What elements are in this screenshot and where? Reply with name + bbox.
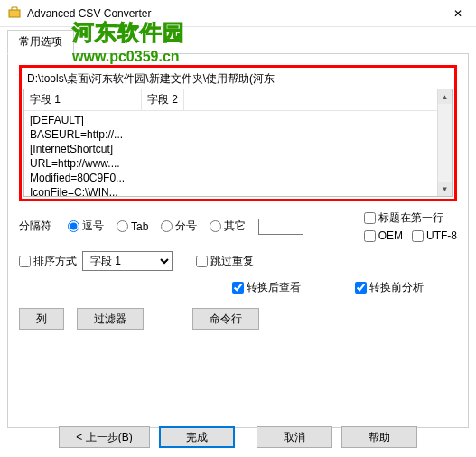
check-oem[interactable]: OEM: [364, 229, 403, 242]
check-skip-duplicate[interactable]: 跳过重复: [196, 254, 254, 269]
mid-button-row: 列 过滤器 命令行: [19, 308, 457, 330]
sort-field-combo[interactable]: 字段 1: [82, 251, 173, 271]
separator-other-input[interactable]: [258, 219, 303, 235]
titlebar: Advanced CSV Converter ✕: [0, 0, 476, 27]
preview-grid: 字段 1 字段 2 [DEFAULT] BASEURL=http://... […: [23, 89, 453, 197]
table-row[interactable]: URL=http://www....: [30, 156, 432, 171]
back-button[interactable]: < 上一步(B): [59, 426, 149, 448]
close-icon: ✕: [453, 7, 462, 20]
convert-row: 转换后查看 转换前分析: [19, 280, 457, 295]
encoding-checks: 标题在第一行 OEM UTF-8: [364, 210, 457, 242]
vertical-scrollbar[interactable]: ▲ ▼: [437, 89, 452, 196]
table-row[interactable]: [InternetShortcut]: [30, 142, 432, 156]
separator-radio-group: 逗号 Tab 分号 其它: [68, 219, 303, 235]
file-path: D:\tools\桌面\河东软件园\新建文件夹\使用帮助(河东: [23, 70, 453, 89]
app-icon: [7, 6, 22, 21]
window-title: Advanced CSV Converter: [27, 7, 469, 20]
preview-highlight: D:\tools\桌面\河东软件园\新建文件夹\使用帮助(河东 字段 1 字段 …: [19, 65, 457, 201]
table-row[interactable]: Modified=80C9F0...: [30, 171, 432, 185]
table-row[interactable]: [DEFAULT]: [30, 113, 432, 127]
sort-row: 排序方式 字段 1 跳过重复: [19, 251, 457, 271]
filter-button[interactable]: 过滤器: [77, 308, 144, 330]
check-sort[interactable]: 排序方式: [19, 254, 77, 269]
check-view-after[interactable]: 转换后查看: [232, 280, 301, 295]
check-utf8[interactable]: UTF-8: [412, 229, 457, 242]
main-panel: D:\tools\桌面\河东软件园\新建文件夹\使用帮助(河东 字段 1 字段 …: [7, 53, 469, 428]
radio-other[interactable]: 其它: [210, 219, 246, 234]
svg-rect-0: [9, 10, 20, 17]
table-row[interactable]: IconFile=C:\WIN...: [30, 185, 432, 196]
columns-button[interactable]: 列: [19, 308, 64, 330]
preview-body: [DEFAULT] BASEURL=http://... [InternetSh…: [24, 111, 437, 196]
scroll-track[interactable]: [438, 104, 452, 182]
close-button[interactable]: ✕: [440, 0, 476, 27]
preview-header: 字段 1 字段 2: [24, 89, 437, 111]
radio-tab[interactable]: Tab: [117, 220, 148, 233]
wizard-footer: < 上一步(B) 完成 取消 帮助: [0, 426, 476, 448]
tab-strip: 常用选项: [0, 29, 476, 53]
help-button[interactable]: 帮助: [341, 426, 417, 448]
separator-row: 分隔符 逗号 Tab 分号 其它 标题在第一行 OEM UTF-8: [19, 210, 457, 242]
tab-common-options[interactable]: 常用选项: [7, 30, 74, 54]
column-header-1[interactable]: 字段 1: [24, 89, 142, 110]
check-analyze-before[interactable]: 转换前分析: [355, 280, 424, 295]
radio-comma[interactable]: 逗号: [68, 219, 104, 234]
radio-semicolon[interactable]: 分号: [161, 219, 197, 234]
table-row[interactable]: BASEURL=http://...: [30, 127, 432, 142]
column-header-2[interactable]: 字段 2: [142, 89, 184, 110]
cancel-button[interactable]: 取消: [257, 426, 332, 448]
scroll-up-icon[interactable]: ▲: [438, 89, 452, 104]
finish-button[interactable]: 完成: [159, 426, 235, 448]
cmdline-button[interactable]: 命令行: [192, 308, 259, 330]
separator-label: 分隔符: [19, 219, 62, 234]
scroll-down-icon[interactable]: ▼: [438, 182, 452, 196]
check-header-first-row[interactable]: 标题在第一行: [364, 210, 457, 226]
